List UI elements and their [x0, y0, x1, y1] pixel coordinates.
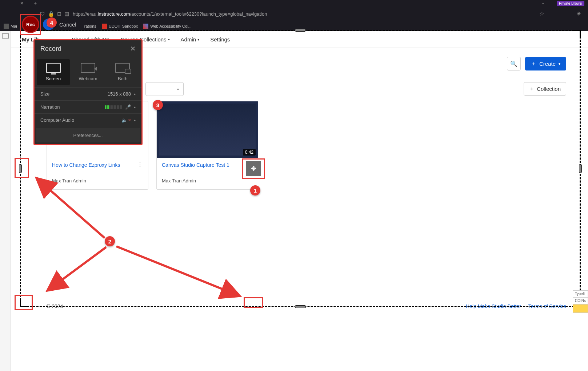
card-menu-button[interactable]: ⋮ [137, 162, 143, 168]
mode-screen[interactable]: Screen [37, 59, 70, 85]
computer-audio-row[interactable]: Computer Audio 🔈✕ ▸ [35, 113, 141, 126]
setting-label: Narration [40, 104, 60, 110]
annotation-box-rec: Rec [20, 14, 41, 35]
card-thumbnail: 0:42 [157, 101, 258, 158]
url-bar: 🛡 🔒 ⊟ ▤ https://erau.instructure.com/acc… [0, 7, 588, 21]
both-icon [115, 63, 130, 73]
duration-badge: 0:42 [243, 149, 256, 156]
footer-terms-link[interactable]: Terms of Service [528, 303, 566, 309]
page-toolbar: 🔍 ＋Create▾ [507, 57, 566, 70]
bookmark-item[interactable]: rations [84, 24, 96, 28]
nav-settings[interactable]: Settings [210, 36, 230, 43]
yellow-widget[interactable] [573, 304, 588, 313]
chevron-down-icon: ▾ [559, 62, 560, 66]
tab-close-icon[interactable]: ✕ [20, 1, 24, 6]
chevron-right-icon: ▸ [134, 118, 136, 122]
nav-admin[interactable]: Admin▾ [181, 36, 200, 43]
annotation-box-bottom-handle [244, 297, 263, 308]
coins-widget[interactable]: COINs [573, 297, 588, 304]
annotation-box-left-handle [15, 158, 29, 178]
dialog-title: Record [40, 45, 61, 53]
left-rail [0, 31, 11, 371]
chevron-right-icon: ▸ [134, 92, 136, 96]
card-author: Max Tran Admin [162, 178, 253, 184]
chevron-down-icon: ▾ [168, 37, 170, 41]
card-title[interactable]: How to Change Ezproxy Links [52, 162, 120, 168]
url-prefix: https://erau. [73, 11, 98, 17]
add-collection-button[interactable]: ＋Collection [524, 82, 566, 96]
mode-both[interactable]: Both [106, 59, 139, 85]
mode-label: Screen [46, 76, 61, 81]
close-icon[interactable]: ✕ [130, 45, 136, 53]
audio-level-meter [105, 105, 122, 109]
studio-footer: © 2024 Help Make Studio Better Terms of … [47, 303, 566, 309]
folder-icon [4, 24, 9, 29]
site-icon [143, 24, 148, 29]
bookmarks-bar: Mai rations UDOIT Sandbox Web Accessibil… [0, 21, 588, 31]
bookmark-item[interactable]: Web Accessibility Col... [143, 24, 192, 29]
bookmark-label: Mai [11, 24, 17, 28]
size-row[interactable]: Size 1516 x 888▸ [35, 87, 141, 100]
url-path: /accounts/1/external_tools/62230?launch_… [130, 11, 267, 17]
bookmark-item[interactable]: Mai [4, 24, 17, 29]
bookmark-label: Web Accessibility Col... [150, 24, 192, 28]
size-value: 1516 x 888 [108, 91, 131, 97]
setting-label: Computer Audio [40, 117, 74, 123]
plus-icon: ＋ [531, 60, 536, 67]
mode-label: Webcam [79, 76, 97, 81]
typeit-widget[interactable]: TypeIt [573, 290, 588, 297]
move-handle-icon[interactable]: ✥ [246, 161, 261, 176]
chevron-down-icon: ▾ [197, 37, 199, 41]
bookmark-label: rations [84, 24, 96, 28]
footer-help-link[interactable]: Help Make Studio Better [466, 303, 521, 309]
annotation-badge-1: 1 [250, 185, 260, 195]
collection-label: Collection [537, 86, 561, 92]
narration-row[interactable]: Narration 🎤 ▸ [35, 100, 141, 113]
preferences-button[interactable]: Preferences... [36, 128, 140, 142]
webcam-icon [81, 63, 95, 73]
plus-icon: ＋ [529, 85, 535, 92]
annotation-badge-2: 2 [105, 236, 115, 246]
private-browsing-badge: Private Browsi [557, 1, 584, 6]
browser-tab-strip: ✕ ＋ ⌄ Private Browsi [0, 0, 588, 7]
sort-select[interactable]: ▾ [145, 82, 184, 96]
card-author: Max Tran Admin [52, 178, 143, 184]
annotation-badge-3: 3 [153, 100, 163, 110]
chevron-down-icon: ▾ [177, 87, 179, 91]
search-icon: 🔍 [510, 60, 517, 67]
cancel-button[interactable]: Cancel [59, 21, 76, 28]
bookmark-label: UDOIT Sandbox [109, 24, 138, 28]
annotation-box-corner [15, 295, 33, 310]
microphone-icon: 🎤 [125, 104, 131, 110]
new-tab-icon[interactable]: ＋ [33, 0, 38, 7]
record-button[interactable]: Rec [22, 16, 39, 33]
bookmark-star-icon[interactable]: ☆ [539, 10, 544, 17]
speaker-muted-icon: 🔈✕ [121, 117, 131, 123]
card-title[interactable]: Canvas Studio Capture Test 1 [162, 162, 229, 168]
annotation-box-1: ✥ [242, 158, 265, 179]
chevron-right-icon: ▸ [134, 105, 136, 109]
search-button[interactable]: 🔍 [507, 57, 521, 70]
screen-icon [46, 63, 61, 73]
create-label: Create [539, 61, 556, 67]
copyright: © 2024 [47, 303, 63, 309]
nav-label: Admin [181, 36, 196, 43]
mode-label: Both [118, 76, 128, 81]
url-domain: instructure.com [98, 11, 130, 17]
extension-icon[interactable]: ◈ [577, 10, 581, 16]
setting-label: Size [40, 91, 49, 97]
browser-chevron-icon[interactable]: ⌄ [541, 1, 544, 5]
create-button[interactable]: ＋Create▾ [525, 57, 566, 70]
site-icon [102, 24, 107, 29]
annotation-badge-4: 4 [47, 17, 57, 28]
side-widgets: TypeIt COINs [573, 290, 588, 313]
url-text[interactable]: https://erau.instructure.com/accounts/1/… [73, 11, 267, 17]
rail-icon[interactable] [2, 33, 9, 39]
record-dialog: Record ✕ Screen Webcam Both Size 1516 x … [33, 39, 143, 145]
mode-webcam[interactable]: Webcam [71, 59, 104, 85]
bookmark-item[interactable]: UDOIT Sandbox [102, 24, 138, 29]
